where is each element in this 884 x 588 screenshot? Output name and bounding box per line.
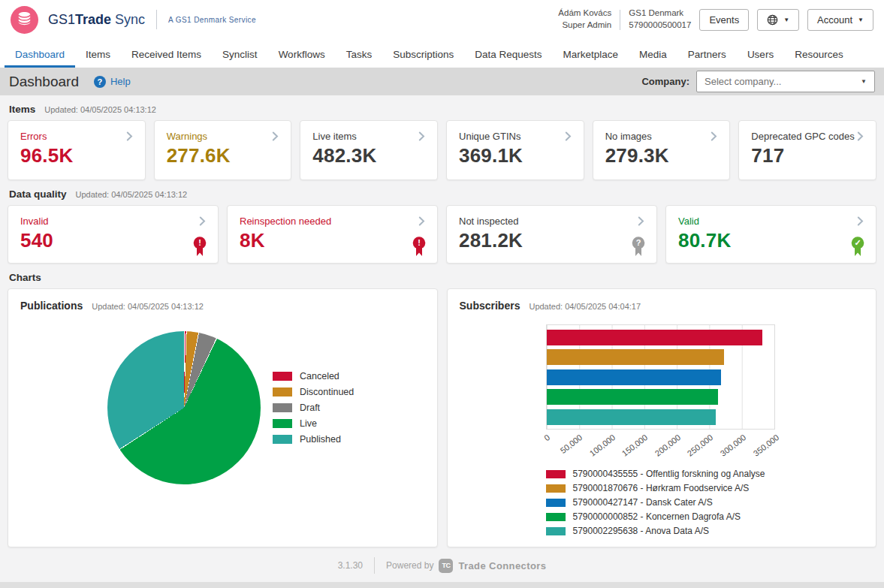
- publications-pie-wrap: CanceledDiscontinuedDraftLivePublished: [20, 331, 425, 484]
- subscribers-chart-header: Subscribers Updated: 04/05/2025 04:04:17: [460, 300, 864, 312]
- card-label: No images: [605, 131, 652, 142]
- brand-tagline: A GS1 Denmark Service: [168, 16, 256, 24]
- powered-by: Powered by TC Trade Connectors: [386, 559, 546, 573]
- trade-connectors-label: Trade Connectors: [458, 560, 546, 571]
- app-footer: 3.1.30 Powered by TC Trade Connectors: [0, 551, 884, 580]
- items-card-deprecated-gpc-codes[interactable]: Deprecated GPC codes717: [738, 120, 876, 180]
- legend-swatch: [273, 372, 292, 381]
- org-name: GS1 Denmark: [629, 8, 691, 20]
- bar: [547, 389, 718, 405]
- bar: [547, 330, 763, 345]
- data-quality-card-reinspection-needed[interactable]: Reinspection needed8K!: [227, 205, 438, 264]
- data-quality-card-invalid[interactable]: Invalid540!: [8, 205, 219, 264]
- items-card-warnings[interactable]: Warnings277.6K: [154, 120, 292, 180]
- tab-received-items[interactable]: Received Items: [121, 42, 212, 68]
- x-tick: 100,000: [587, 433, 617, 458]
- legend-label: Published: [300, 434, 341, 445]
- publications-updated: Updated: 04/05/2025 04:13:12: [92, 302, 204, 311]
- data-quality-cards: Invalid540!Reinspection needed8K!Not ins…: [8, 205, 876, 264]
- tab-items[interactable]: Items: [75, 42, 121, 68]
- toolbar-right: Company: Select company... ▼: [641, 71, 875, 92]
- data-quality-card-valid[interactable]: Valid80.7K✓: [665, 205, 876, 264]
- card-value: 8K: [240, 229, 425, 252]
- help-link[interactable]: ? Help: [94, 76, 131, 88]
- chevron-right-icon[interactable]: [418, 216, 425, 226]
- company-select[interactable]: Select company... ▼: [696, 71, 875, 92]
- tab-subscriptions[interactable]: Subscriptions: [382, 42, 464, 68]
- app-header: GS1Trade Sync A GS1 Denmark Service Ádám…: [0, 0, 884, 39]
- chevron-right-icon[interactable]: [565, 131, 572, 141]
- legend-swatch: [273, 419, 292, 428]
- x-tick: 350,000: [751, 433, 780, 458]
- charts-section-title: Charts: [9, 272, 41, 283]
- publications-pie-chart: [107, 331, 261, 484]
- legend-label: 5790001870676 - Hørkram Foodservice A/S: [573, 483, 750, 493]
- footer-divider: [374, 557, 375, 574]
- legend-item: 5790002295638 - Anova Data A/S: [546, 526, 864, 536]
- chevron-right-icon[interactable]: [857, 131, 864, 141]
- items-card-live-items[interactable]: Live items482.3K: [300, 120, 438, 180]
- tab-workflows[interactable]: Workflows: [268, 42, 336, 68]
- chevron-right-icon[interactable]: [126, 131, 133, 141]
- legend-label: Draft: [300, 403, 320, 413]
- chevron-right-icon[interactable]: [272, 131, 279, 141]
- account-button[interactable]: Account ▼: [807, 9, 873, 31]
- company-label: Company:: [641, 76, 689, 87]
- legend-item: 5790000435555 - Offentlig forskning og A…: [546, 469, 864, 479]
- ribbon-badge-icon: !: [411, 236, 427, 258]
- brand-gs1: GS1: [48, 12, 75, 27]
- tab-tasks[interactable]: Tasks: [336, 42, 383, 68]
- user-role: Super Admin: [558, 20, 611, 32]
- legend-label: 5790000000852 - Koncernen Dagrofa A/S: [573, 511, 741, 522]
- publications-chart-card: Publications Updated: 04/05/2025 04:13:1…: [8, 288, 438, 547]
- account-button-label: Account: [817, 14, 852, 26]
- app-version: 3.1.30: [338, 560, 363, 571]
- org-info: GS1 Denmark 5790000500017: [629, 8, 691, 31]
- language-button[interactable]: ▼: [757, 9, 799, 31]
- tab-users[interactable]: Users: [737, 42, 784, 68]
- chevron-right-icon[interactable]: [711, 131, 717, 141]
- ribbon-badge-icon: ✓: [849, 236, 866, 258]
- svg-text:!: !: [418, 238, 421, 247]
- legend-item: 5790000427147 - Dansk Cater A/S: [546, 497, 864, 508]
- x-tick: 300,000: [719, 433, 748, 458]
- items-updated: Updated: 04/05/2025 04:13:12: [44, 105, 156, 114]
- items-card-no-images[interactable]: No images279.3K: [593, 120, 731, 180]
- chevron-right-icon[interactable]: [199, 216, 206, 226]
- data-quality-card-not-inspected[interactable]: Not inspected281.2K?: [446, 205, 657, 264]
- tab-dashboard[interactable]: Dashboard: [5, 42, 75, 68]
- subscribers-updated: Updated: 04/05/2025 04:04:17: [529, 302, 641, 311]
- header-right: Ádám Kovács Super Admin GS1 Denmark 5790…: [558, 8, 873, 31]
- charts-row: Publications Updated: 04/05/2025 04:13:1…: [8, 288, 876, 547]
- subscribers-bar-area: 050,000100,000150,000200,000250,000300,0…: [546, 324, 775, 463]
- tab-data-requests[interactable]: Data Requests: [464, 42, 552, 68]
- help-label: Help: [110, 76, 131, 87]
- tab-resources[interactable]: Resources: [784, 42, 854, 68]
- user-name: Ádám Kovács: [558, 8, 611, 20]
- tab-marketplace[interactable]: Marketplace: [553, 42, 629, 68]
- chevron-right-icon[interactable]: [638, 216, 644, 226]
- items-card-errors[interactable]: Errors96.5K: [8, 120, 146, 180]
- tab-media[interactable]: Media: [629, 42, 677, 68]
- chevron-right-icon[interactable]: [857, 216, 864, 226]
- legend-item: Live: [273, 418, 354, 429]
- gs1-logo: [11, 6, 38, 34]
- events-button[interactable]: Events: [699, 9, 749, 31]
- subscribers-chart-card: Subscribers Updated: 04/05/2025 04:04:17…: [447, 288, 877, 547]
- data-quality-section-title: Data quality: [9, 188, 67, 200]
- chevron-right-icon[interactable]: [418, 131, 425, 141]
- org-gln: 5790000500017: [629, 20, 691, 32]
- caret-down-icon: ▼: [783, 17, 789, 23]
- card-value: 369.1K: [459, 144, 572, 167]
- legend-item: Draft: [273, 403, 354, 413]
- powered-by-label: Powered by: [386, 560, 433, 571]
- subscribers-chart-title: Subscribers: [460, 300, 520, 312]
- publications-legend: CanceledDiscontinuedDraftLivePublished: [273, 371, 354, 445]
- legend-item: Discontinued: [273, 387, 354, 397]
- items-card-unique-gtins[interactable]: Unique GTINs369.1K: [446, 120, 584, 180]
- tab-partners[interactable]: Partners: [677, 42, 737, 68]
- svg-text:✓: ✓: [854, 238, 861, 247]
- card-value: 717: [751, 144, 864, 167]
- tab-synclist[interactable]: Synclist: [212, 42, 268, 68]
- brand-sync: Sync: [111, 12, 145, 27]
